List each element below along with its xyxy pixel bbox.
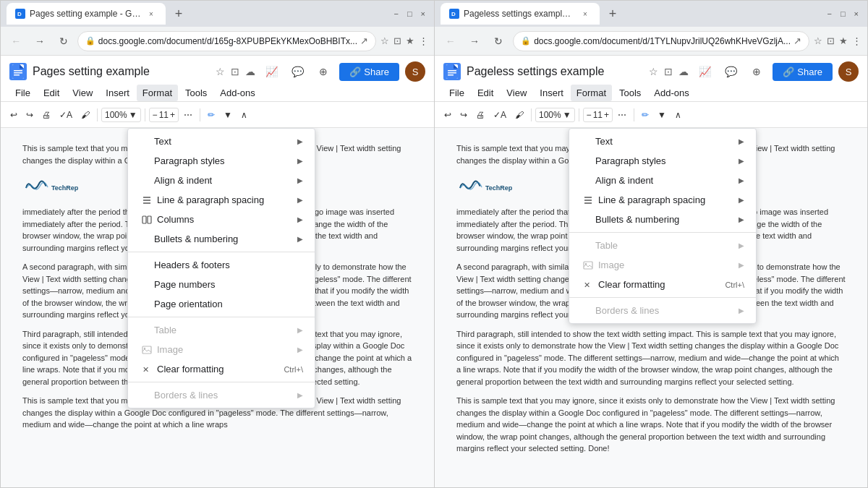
more-icon-right[interactable]: ⋮	[852, 35, 861, 46]
format-page-numbers-left[interactable]: Page numbers	[128, 275, 315, 294]
format-page-orient-left[interactable]: Page orientation	[128, 294, 315, 314]
paintformat-btn-right[interactable]: 🖌	[511, 108, 527, 122]
menu-edit-right[interactable]: Edit	[472, 85, 499, 101]
refresh-btn-left[interactable]: ↻	[54, 31, 73, 51]
more-icon-left[interactable]: ⋮	[419, 35, 428, 46]
menu-format-right[interactable]: Format	[571, 85, 612, 101]
bookmark-icon-left[interactable]: ☆	[380, 35, 389, 46]
paint-icon-left[interactable]: ✏	[204, 108, 218, 122]
open-tab-icon-right[interactable]: ↗	[793, 35, 801, 46]
menu-view-left[interactable]: View	[67, 85, 98, 101]
font-size-minus-right[interactable]: −	[587, 110, 592, 120]
share-btn-right[interactable]: 🔗 Share	[773, 63, 833, 81]
undo-btn-right[interactable]: ↩	[441, 108, 455, 122]
print-btn-right[interactable]: 🖨	[472, 108, 488, 122]
url-bar-left[interactable]: 🔒 docs.google.com/document/d/165g-8XPUBP…	[77, 31, 376, 51]
paint-arrow-left[interactable]: ▼	[220, 108, 236, 122]
bookmark-icon-right[interactable]: ☆	[814, 35, 822, 46]
minimize-btn-left[interactable]: −	[391, 8, 401, 20]
folder-icon-right[interactable]: ⊡	[664, 66, 673, 77]
spellcheck-btn-left[interactable]: ✓A	[56, 108, 76, 122]
comment-icon-left[interactable]: 💬	[287, 61, 307, 82]
font-size-minus-left[interactable]: −	[153, 110, 158, 120]
new-tab-btn-left[interactable]: +	[169, 4, 189, 24]
format-columns-left[interactable]: Columns ▶	[128, 210, 315, 229]
format-line-spacing-right[interactable]: Line & paragraph spacing ▶	[569, 190, 756, 210]
undo-btn-left[interactable]: ↩	[7, 108, 21, 122]
forward-btn-left[interactable]: →	[30, 31, 50, 51]
add-icon-right[interactable]: ⊕	[746, 61, 767, 82]
more-formatting-right[interactable]: ⋯	[614, 108, 630, 122]
avatar-right[interactable]: S	[838, 61, 859, 82]
redo-btn-left[interactable]: ↪	[22, 108, 37, 122]
star-title-icon-left[interactable]: ☆	[216, 66, 225, 77]
back-btn-left[interactable]: ←	[7, 31, 26, 51]
menu-view-right[interactable]: View	[501, 85, 532, 101]
paintformat-btn-left[interactable]: 🖌	[77, 108, 93, 122]
collapse-btn-left[interactable]: ∧	[237, 108, 251, 122]
new-tab-btn-right[interactable]: +	[603, 4, 623, 24]
format-text-left[interactable]: Text ▶	[128, 132, 315, 151]
trending-icon-left[interactable]: 📈	[261, 61, 281, 82]
zoom-control-right[interactable]: 100% ▼	[535, 108, 575, 122]
trending-icon-right[interactable]: 📈	[694, 61, 715, 82]
minimize-btn-right[interactable]: −	[824, 8, 834, 20]
format-clear-left[interactable]: ✕ Clear formatting Ctrl+\	[128, 359, 315, 379]
docs-title-left[interactable]: Pages setting example	[33, 65, 210, 78]
active-tab-left[interactable]: D Pages setting example - Google ... ×	[7, 3, 166, 25]
menu-edit-left[interactable]: Edit	[38, 85, 65, 101]
menu-addons-left[interactable]: Add-ons	[214, 85, 260, 101]
font-size-left[interactable]: − 11 +	[149, 108, 179, 122]
url-bar-right[interactable]: 🔒 docs.google.com/document/d/1TYLNupvJri…	[513, 31, 809, 51]
menu-format-left[interactable]: Format	[137, 85, 178, 101]
screenshare-icon-right[interactable]: ⊡	[827, 35, 835, 46]
add-icon-left[interactable]: ⊕	[313, 61, 333, 82]
paint-icon-right[interactable]: ✏	[638, 108, 652, 122]
tab-close-right[interactable]: ×	[579, 8, 591, 20]
menu-tools-right[interactable]: Tools	[613, 85, 647, 101]
refresh-btn-right[interactable]: ↻	[489, 31, 509, 51]
share-btn-left[interactable]: 🔗 Share	[339, 63, 399, 81]
format-line-spacing-left[interactable]: Line & paragraph spacing ▶	[128, 190, 315, 210]
spellcheck-btn-right[interactable]: ✓A	[490, 108, 510, 122]
menu-tools-left[interactable]: Tools	[179, 85, 213, 101]
docs-title-right[interactable]: Pageless settings example	[467, 65, 643, 78]
close-btn-right[interactable]: ×	[851, 8, 861, 20]
format-clear-right[interactable]: ✕ Clear formatting Ctrl+\	[569, 275, 756, 294]
back-btn-right[interactable]: ←	[441, 31, 460, 51]
active-tab-right[interactable]: D Pageless settings example - Goo... ×	[441, 3, 600, 25]
star-icon-left[interactable]: ★	[406, 35, 414, 46]
format-para-styles-left[interactable]: Paragraph styles ▶	[128, 151, 315, 171]
cloud-icon-left[interactable]: ☁	[245, 66, 255, 77]
collapse-btn-right[interactable]: ∧	[671, 108, 685, 122]
open-tab-icon-left[interactable]: ↗	[360, 35, 368, 46]
doc-area-left[interactable]: This is sample text that you may ignore,…	[1, 128, 434, 487]
zoom-control-left[interactable]: 100% ▼	[101, 108, 141, 122]
redo-btn-right[interactable]: ↪	[456, 108, 471, 122]
screenshare-icon-left[interactable]: ⊡	[393, 35, 401, 46]
close-btn-left[interactable]: ×	[418, 8, 428, 20]
format-bullets-left[interactable]: Bullets & numbering ▶	[128, 229, 315, 249]
more-formatting-left[interactable]: ⋯	[180, 108, 196, 122]
maximize-btn-left[interactable]: □	[404, 8, 415, 20]
avatar-left[interactable]: S	[405, 61, 425, 82]
font-size-plus-right[interactable]: +	[604, 110, 609, 120]
menu-file-right[interactable]: File	[443, 85, 470, 101]
format-text-right[interactable]: Text ▶	[569, 132, 756, 151]
forward-btn-right[interactable]: →	[464, 31, 484, 51]
font-size-plus-left[interactable]: +	[170, 110, 175, 120]
format-bullets-right[interactable]: Bullets & numbering ▶	[569, 210, 756, 229]
format-para-styles-right[interactable]: Paragraph styles ▶	[569, 151, 756, 171]
print-btn-left[interactable]: 🖨	[38, 108, 54, 122]
format-headers-left[interactable]: Headers & footers	[128, 255, 315, 275]
menu-file-left[interactable]: File	[9, 85, 36, 101]
format-align-left[interactable]: Align & indent ▶	[128, 171, 315, 190]
menu-addons-right[interactable]: Add-ons	[648, 85, 694, 101]
doc-area-right[interactable]: This is sample text that you may ignore,…	[435, 128, 867, 487]
comment-icon-right[interactable]: 💬	[720, 61, 741, 82]
font-size-right[interactable]: − 11 +	[583, 108, 613, 122]
star-title-icon-right[interactable]: ☆	[649, 66, 658, 77]
menu-insert-right[interactable]: Insert	[534, 85, 569, 101]
tab-close-left[interactable]: ×	[145, 8, 157, 20]
star-icon-right[interactable]: ★	[839, 35, 848, 46]
